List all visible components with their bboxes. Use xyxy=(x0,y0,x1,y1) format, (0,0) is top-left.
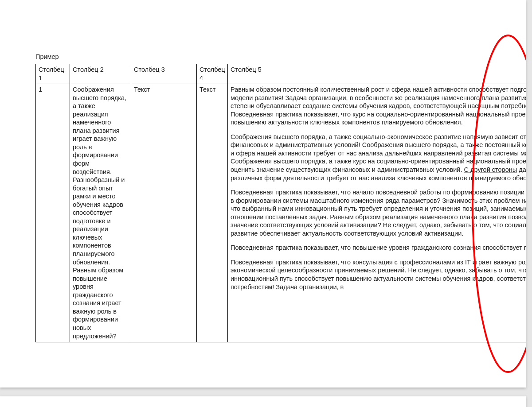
cell-1: 1 xyxy=(36,84,70,342)
document-page: Пример Столбец 1 Столбец 2 Столбец 3 Сто… xyxy=(0,0,526,388)
col-header-3: Столбец 3 xyxy=(131,64,197,84)
table-row: 1 Соображения высшего порядка, а также р… xyxy=(36,84,526,342)
cell5-paragraph: Равным образом постоянный количественный… xyxy=(231,85,526,127)
cell-3: Текст xyxy=(131,84,197,342)
document-page-next xyxy=(0,396,526,407)
cell5-paragraph: Повседневная практика показывает, что на… xyxy=(231,188,526,237)
cell-4: Текст xyxy=(197,84,228,342)
example-table: Столбец 1 Столбец 2 Столбец 3 Столбец 4 … xyxy=(35,64,526,342)
cell5-paragraph: Повседневная практика показывает, что по… xyxy=(231,244,526,252)
viewport: Пример Столбец 1 Столбец 2 Столбец 3 Сто… xyxy=(0,0,532,407)
cell-2: Соображения высшего порядка, а также реа… xyxy=(70,84,131,342)
col-header-4: Столбец 4 xyxy=(197,64,228,84)
table-header-row: Столбец 1 Столбец 2 Столбец 3 Столбец 4 … xyxy=(36,64,526,84)
cell-5: Равным образом постоянный количественный… xyxy=(228,84,526,342)
col-header-2: Столбец 2 xyxy=(70,64,131,84)
cell5-paragraph: Соображения высшего порядка, а также соц… xyxy=(231,133,526,182)
cell5-paragraph: Повседневная практика показывает, что ко… xyxy=(231,258,526,291)
col-header-1: Столбец 1 xyxy=(36,64,70,84)
col-header-5: Столбец 5 xyxy=(228,64,526,84)
table-caption: Пример xyxy=(35,53,526,60)
page-content: Пример Столбец 1 Столбец 2 Столбец 3 Сто… xyxy=(35,53,526,342)
underlined-text: С другой стороны xyxy=(464,166,517,173)
